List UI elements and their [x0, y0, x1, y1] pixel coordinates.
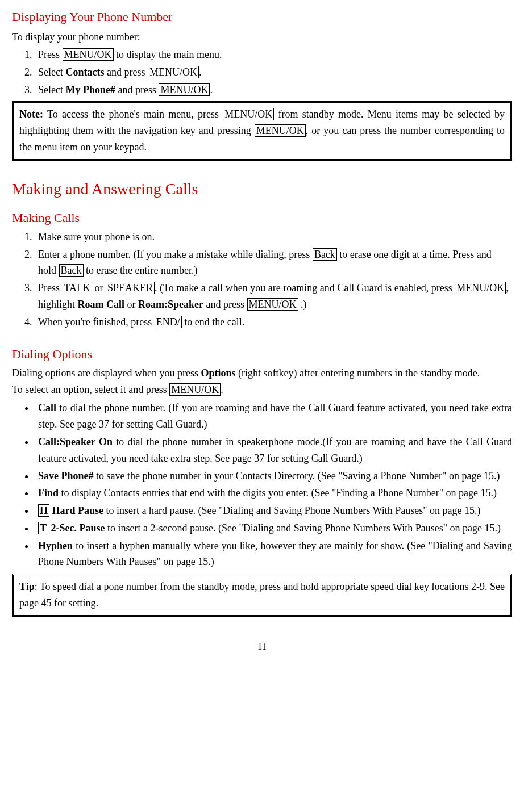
text: to insert a 2-second pause. (See "Dialin…	[105, 522, 501, 534]
step-4: When you're finished, press END/ to end …	[35, 314, 512, 330]
key-menu-ok: MENU/OK	[169, 383, 221, 396]
text: To access the phone's main menu, press	[43, 108, 223, 120]
note-label: Note:	[19, 108, 43, 120]
text: Select	[38, 66, 65, 78]
option-hyphen: Hyphen to insert a hyphen manually where…	[35, 538, 512, 571]
key-t: T	[38, 522, 48, 534]
key-back: Back	[59, 264, 84, 277]
text: to erase the entire number.)	[84, 265, 198, 276]
key-menu-ok: MENU/OK	[148, 66, 199, 78]
text: When you're finished, press	[38, 316, 155, 328]
text: .)	[298, 299, 307, 310]
dialing-options-intro-2: To select an option, select it and press…	[12, 382, 512, 398]
text: and press	[115, 84, 159, 95]
step-2: Select Contacts and press MENU/OK.	[35, 64, 512, 81]
heading-making-answering-calls: Making and Answering Calls	[12, 177, 512, 202]
note-box: Note: To access the phone's main menu, p…	[12, 101, 512, 160]
text: to display the main menu.	[114, 49, 222, 60]
term-my-phone: My Phone#	[65, 84, 115, 95]
option-call: Call to dial the phone number. (If you a…	[35, 400, 512, 433]
term-roam-speaker: Roam:Speaker	[138, 299, 203, 310]
term-2sec-pause: 2-Sec. Pause	[48, 522, 105, 534]
term-roam-call: Roam Call	[78, 299, 125, 310]
heading-making-calls: Making Calls	[12, 208, 512, 228]
key-talk: TALK	[63, 282, 93, 294]
key-menu-ok: MENU/OK	[223, 108, 274, 120]
term-save-phone: Save Phone#	[38, 470, 94, 482]
tip-box: Tip: To speed dial a pone number from th…	[12, 574, 512, 617]
text: and press	[203, 299, 247, 310]
option-save-phone: Save Phone# to save the phone number in …	[35, 468, 512, 484]
key-back: Back	[313, 248, 337, 261]
text: Select	[38, 84, 65, 95]
intro-text: To display your phone number:	[12, 29, 512, 45]
text: or	[124, 299, 138, 310]
step-1: Make sure your phone is on.	[35, 229, 512, 245]
step-1: Press MENU/OK to display the main menu.	[35, 47, 512, 63]
text: or	[92, 282, 106, 294]
text: to insert a hard pause. (See "Dialing an…	[103, 505, 481, 516]
text: To select an option, select it and press	[12, 384, 169, 395]
text: to display Contacts entries that end wit…	[59, 487, 497, 499]
text: .	[210, 84, 213, 95]
text: : To speed dial a pone number from the s…	[19, 581, 505, 609]
text: .	[221, 384, 223, 395]
key-end: END/	[155, 316, 182, 328]
term-options: Options	[201, 367, 235, 379]
text: (right softkey) after entering numbers i…	[235, 367, 480, 379]
key-menu-ok: MENU/OK	[159, 83, 210, 96]
option-hard-pause: H Hard Pause to insert a hard pause. (Se…	[35, 503, 512, 519]
text: Press	[38, 49, 63, 60]
term-contacts: Contacts	[65, 66, 104, 78]
term-find: Find	[38, 487, 59, 499]
text: .	[199, 66, 202, 78]
term-hard-pause: Hard Pause	[49, 505, 103, 516]
key-menu-ok: MENU/OK	[455, 282, 506, 294]
heading-displaying-phone-number: Displaying Your Phone Number	[12, 7, 512, 27]
page-number: 11	[12, 639, 512, 654]
text: . (To make a call when you are roaming a…	[155, 282, 455, 294]
key-menu-ok: MENU/OK	[63, 48, 114, 61]
step-3: Press TALK or SPEAKER. (To make a call w…	[35, 280, 512, 313]
key-h: H	[38, 504, 49, 517]
key-menu-ok: MENU/OK	[247, 298, 298, 311]
step-2: Enter a phone number. (If you make a mis…	[35, 246, 512, 279]
term-hyphen: Hyphen	[38, 540, 73, 551]
step-3: Select My Phone# and press MENU/OK.	[35, 82, 512, 98]
option-find: Find to display Contacts entries that en…	[35, 485, 512, 501]
text: to dial the phone number. (If you are ro…	[38, 402, 512, 430]
key-speaker: SPEAKER	[106, 282, 155, 294]
displaying-steps-list: Press MENU/OK to display the main menu. …	[12, 47, 512, 98]
tip-label: Tip	[19, 581, 35, 592]
key-menu-ok: MENU/OK	[255, 124, 306, 137]
option-2sec-pause: T 2-Sec. Pause to insert a 2-second paus…	[35, 520, 512, 537]
making-calls-steps: Make sure your phone is on. Enter a phon…	[12, 229, 512, 330]
text: to end the call.	[182, 316, 244, 328]
text: Dialing options are displayed when you p…	[12, 367, 201, 379]
option-call-speaker-on: Call:Speaker On to dial the phone number…	[35, 434, 512, 467]
text: Press	[38, 282, 63, 294]
text: to insert a hyphen manually where you li…	[38, 540, 512, 568]
term-call-speaker-on: Call:Speaker On	[38, 436, 113, 447]
dialing-options-list: Call to dial the phone number. (If you a…	[12, 400, 512, 570]
text: Enter a phone number. (If you make a mis…	[38, 249, 313, 260]
text: and press	[104, 66, 147, 78]
heading-dialing-options: Dialing Options	[12, 344, 512, 364]
dialing-options-intro-1: Dialing options are displayed when you p…	[12, 365, 512, 382]
term-call: Call	[38, 402, 56, 413]
text: to save the phone number in your Contact…	[94, 470, 500, 482]
